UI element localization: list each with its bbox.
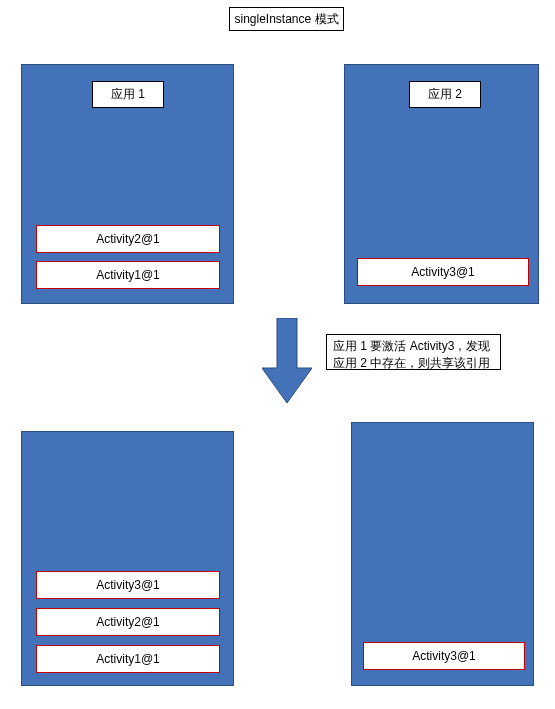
activity-text: Activity1@1 [96, 268, 160, 282]
task-stack-app1-before: 应用 1 Activity2@1 Activity1@1 [21, 64, 234, 304]
transition-note-text: 应用 1 要激活 Activity3，发现应用 2 中存在，则共享该引用 [333, 339, 490, 370]
transition-note: 应用 1 要激活 Activity3，发现应用 2 中存在，则共享该引用 [326, 334, 501, 370]
activity-box: Activity3@1 [36, 571, 220, 599]
stack-label-app1-text: 应用 1 [111, 86, 145, 103]
activity-text: Activity2@1 [96, 232, 160, 246]
activity-box: Activity3@1 [363, 642, 525, 670]
down-arrow-icon [262, 318, 312, 403]
diagram-title: singleInstance 模式 [229, 7, 344, 31]
diagram-title-text: singleInstance 模式 [234, 11, 338, 28]
activity-box: Activity1@1 [36, 645, 220, 673]
task-stack-app2-before: 应用 2 Activity3@1 [344, 64, 539, 304]
activity-box: Activity3@1 [357, 258, 529, 286]
activity-box: Activity1@1 [36, 261, 220, 289]
activity-text: Activity3@1 [411, 265, 475, 279]
activity-box: Activity2@1 [36, 608, 220, 636]
stack-label-app1: 应用 1 [92, 81, 164, 108]
task-stack-app1-after: Activity3@1 Activity2@1 Activity1@1 [21, 431, 234, 686]
stack-label-app2-text: 应用 2 [428, 86, 462, 103]
task-stack-app2-after: Activity3@1 [351, 422, 534, 686]
activity-box: Activity2@1 [36, 225, 220, 253]
activity-text: Activity1@1 [96, 652, 160, 666]
activity-text: Activity3@1 [412, 649, 476, 663]
stack-label-app2: 应用 2 [409, 81, 481, 108]
activity-text: Activity2@1 [96, 615, 160, 629]
activity-text: Activity3@1 [96, 578, 160, 592]
